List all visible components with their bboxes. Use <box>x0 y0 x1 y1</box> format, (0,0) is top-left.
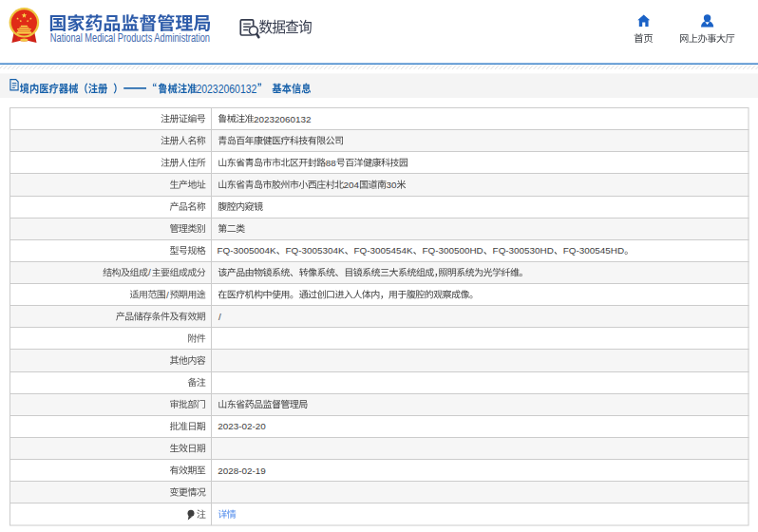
svg-text:FQ-300500HD: FQ-300500HD <box>423 245 483 256</box>
svg-text:FQ-3005004K: FQ-3005004K <box>218 245 276 256</box>
svg-text:20232060132: 20232060132 <box>254 114 311 124</box>
svg-text:30: 30 <box>387 180 397 190</box>
svg-text:/: / <box>218 312 221 322</box>
svg-text:FQ-300530HD: FQ-300530HD <box>493 245 554 256</box>
svg-text:2023-02-20: 2023-02-20 <box>218 421 266 431</box>
svg-text:FQ-3005304K: FQ-3005304K <box>286 245 345 256</box>
svg-text:FQ-300545HD: FQ-300545HD <box>563 245 624 256</box>
svg-text:2028-02-19: 2028-02-19 <box>218 466 266 476</box>
svg-text:FQ-3005454K: FQ-3005454K <box>354 245 413 256</box>
svg-text:/: / <box>166 290 169 300</box>
svg-text:88: 88 <box>326 158 336 168</box>
svg-text:204: 204 <box>344 180 360 190</box>
svg-text:/: / <box>148 267 151 277</box>
svg-text:20232060132: 20232060132 <box>196 83 256 96</box>
svg-text:National Medical Products Admi: National Medical Products Administration <box>50 31 210 45</box>
